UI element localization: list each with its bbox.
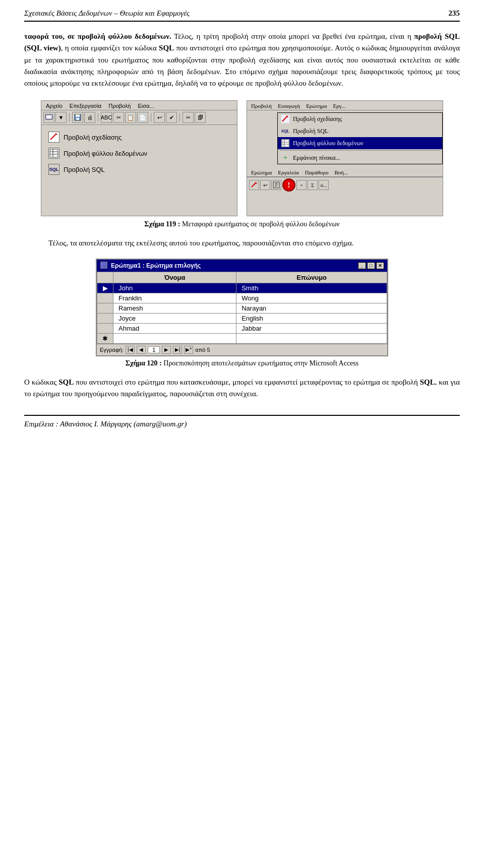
fig2-menu2-window[interactable]: Παράθυρο <box>302 168 332 176</box>
dropdown-design[interactable]: Προβολή σχεδίασης <box>278 113 442 125</box>
view-datasheet[interactable]: Προβολή φύλλου δεδομένων <box>44 145 234 161</box>
fig2-menu2-help[interactable]: Βοή... <box>331 168 351 176</box>
fig119-caption-prefix: Σχήμα 119 : <box>144 220 180 228</box>
toolbar-btn-check[interactable]: ✔ <box>166 112 177 123</box>
fig2-menu2-tools[interactable]: Εργαλεία <box>275 168 302 176</box>
paragraph-2: Τέλος, τα αποτελέσματα της εκτέλεσης αυτ… <box>48 237 460 249</box>
menu-insert[interactable]: Εισα... <box>134 102 157 110</box>
toolbar-btn-paste[interactable]: 📄 <box>137 112 148 123</box>
fig120-caption: Σχήμα 120 : Προεπισκόπηση αποτελεσμάτων … <box>24 359 460 367</box>
fig2-menu-insert[interactable]: Εισαγωγή <box>275 102 303 110</box>
dropdown-datasheet[interactable]: Προβολή φύλλου δεδομένων <box>278 137 442 149</box>
row-indicator <box>97 313 113 323</box>
dropdown-show-table[interactable]: + Εμφάνιση πίνακα... <box>278 152 442 164</box>
row-indicator <box>97 293 113 303</box>
fig2-dropdown: Προβολή σχεδίασης SQL Προβολή SQL Προβολ… <box>277 112 443 164</box>
toolbar-sep2 <box>98 113 98 122</box>
row-name: Joyce <box>113 313 236 323</box>
nav-prev[interactable]: ◀ <box>137 346 146 354</box>
toolbar-btn-print[interactable]: 🖨 <box>84 112 95 123</box>
tb2-design[interactable] <box>249 180 259 190</box>
view-sql[interactable]: SQL Προβολή SQL <box>44 161 234 177</box>
row-indicator: ▶ <box>97 283 113 293</box>
fig2-menu-query[interactable]: Ερώτημα <box>303 102 330 110</box>
menu-archiv[interactable]: Αρχείο <box>42 102 66 110</box>
menu-view[interactable]: Προβολή <box>105 102 134 110</box>
row-name: Ahmad <box>113 323 236 333</box>
toolbar-btn-db[interactable] <box>43 112 54 123</box>
menu-edit[interactable]: Επεξεργασία <box>66 102 105 110</box>
tb2-undo[interactable]: ↩ <box>260 180 270 190</box>
close-btn[interactable]: ✕ <box>376 262 384 269</box>
tb2-redo[interactable] <box>271 180 281 190</box>
paragraph-1: ταφορά του, σε προβολή φύλλου δεδομένων.… <box>24 31 460 89</box>
row-surname: Smith <box>236 283 387 293</box>
dropdown-design-icon <box>281 114 290 123</box>
row-surname: English <box>236 313 387 323</box>
nav-last[interactable]: ▶| <box>173 346 182 354</box>
fig2-menu-tools[interactable]: Εργ... <box>330 102 348 110</box>
dropdown-sql-icon: SQL <box>281 127 290 136</box>
fig119-caption-text: Μεταφορά ερωτήματος σε προβολή φύλλου δε… <box>182 220 340 228</box>
svg-rect-16 <box>281 139 289 147</box>
svg-line-21 <box>252 182 256 187</box>
toolbar-btn-spell[interactable]: ABC <box>101 112 112 123</box>
row-surname: Narayan <box>236 303 387 313</box>
toolbar-btn-save[interactable] <box>72 112 83 123</box>
toolbar-btn-scissors[interactable]: ✂ <box>183 112 194 123</box>
svg-rect-1 <box>46 115 51 118</box>
tb2-more[interactable]: ό... <box>319 180 329 190</box>
svg-rect-8 <box>49 149 58 158</box>
fig2-menu2-query[interactable]: Ερώτημα <box>248 168 275 176</box>
view-design-label: Προβολή σχεδίασης <box>64 134 122 141</box>
fig2-menu-view[interactable]: Προβολή <box>248 102 275 110</box>
datasheet-icon <box>48 148 59 159</box>
toolbar-sep4 <box>179 113 180 122</box>
row-surname: Wong <box>236 293 387 303</box>
figure-120: Ερώτημα1 : Ερώτημα επιλογής _ □ ✕ Όνομα … <box>96 259 388 356</box>
nav-total: από 5 <box>195 347 210 353</box>
fig120-navbar: Εγγραφή: |◀ ◀ 1 ▶ ▶| ▶* από 5 <box>97 344 387 355</box>
footer: Επιμέλεια : Αθανάσιος Ι. Μάργαρης (amarg… <box>24 415 460 428</box>
col-indicator-header <box>97 272 113 283</box>
nav-current[interactable]: 1 <box>148 346 160 353</box>
row-indicator: ✱ <box>97 333 113 343</box>
row-surname <box>236 333 387 343</box>
figure-1-right: Προβολή Εισαγωγή Ερώτημα Εργ... Προβολή … <box>247 100 443 216</box>
col-surname-header: Επώνυμο <box>236 272 387 283</box>
fig1-toolbar: ▼ 🖨 ABC ✂ 📋 📄 ↩ ✔ ✂ 🗐 <box>41 110 237 125</box>
tb2-sigma[interactable]: Σ <box>308 180 318 190</box>
figures-row: Αρχείο Επεξεργασία Προβολή Εισα... ▼ 🖨 A… <box>24 100 460 216</box>
dropdown-showtable-label: Εμφάνιση πίνακα... <box>293 154 340 162</box>
nav-next[interactable]: ▶ <box>162 346 171 354</box>
fig120-title-text: Ερώτημα1 : Ερώτημα επιλογής <box>111 262 201 269</box>
toolbar-btn-copy[interactable]: 📋 <box>125 112 136 123</box>
toolbar-btn-arrow[interactable]: ▼ <box>55 112 67 123</box>
dropdown-datasheet-icon <box>281 139 290 148</box>
toolbar-btn-cut[interactable]: ✂ <box>113 112 124 123</box>
minimize-btn[interactable]: _ <box>358 262 366 269</box>
fig120-table-wrap: Όνομα Επώνυμο ▶JohnSmithFranklinWongRame… <box>97 272 387 344</box>
view-design[interactable]: Προβολή σχεδίασης <box>44 129 234 145</box>
titlebar-controls: _ □ ✕ <box>358 262 384 269</box>
fig120-caption-prefix: Σχήμα 120 : <box>126 359 162 367</box>
tb2-plus[interactable]: + <box>296 180 307 190</box>
maximize-btn[interactable]: □ <box>367 262 375 269</box>
table-row: ▶JohnSmith <box>97 283 387 293</box>
footer-text: Επιμέλεια : Αθανάσιος Ι. Μάργαρης (amarg… <box>24 420 187 428</box>
dropdown-sql-label: Προβολή SQL <box>293 128 328 135</box>
view-sql-label: Προβολή SQL <box>64 166 105 173</box>
row-indicator <box>97 303 113 313</box>
nav-first[interactable]: |◀ <box>126 346 135 354</box>
col-name-header: Όνομα <box>113 272 236 283</box>
nav-new[interactable]: ▶* <box>184 346 193 354</box>
toolbar-sep3 <box>151 113 151 122</box>
toolbar-btn-paste2[interactable]: 🗐 <box>195 112 206 123</box>
dropdown-sql[interactable]: SQL Προβολή SQL <box>278 125 442 137</box>
header-title: Σχεσιακές Βάσεις Δεδομένων – Θεωρία και … <box>24 9 190 18</box>
table-row: ✱ <box>97 333 387 343</box>
svg-rect-5 <box>49 133 58 142</box>
toolbar-btn-undo[interactable]: ↩ <box>154 112 165 123</box>
tb2-run[interactable]: ! <box>282 178 295 192</box>
row-name: John <box>113 283 236 293</box>
